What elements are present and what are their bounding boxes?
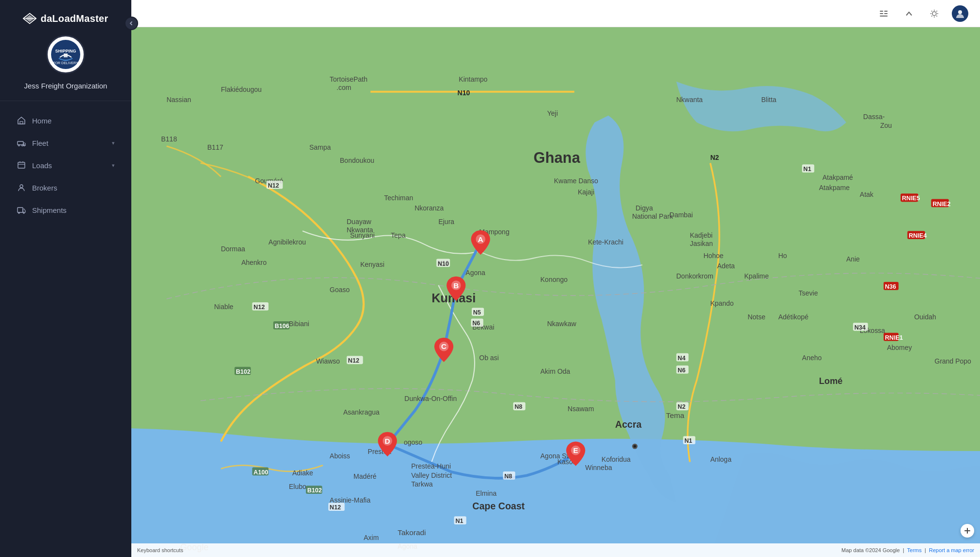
map-container[interactable]: Ghana Kumasi Accra Cape Coast Takoradi T…: [131, 27, 980, 557]
svg-text:Ouidah: Ouidah: [914, 313, 936, 321]
svg-text:B102: B102: [307, 487, 322, 494]
svg-text:N12: N12: [330, 504, 341, 511]
svg-text:N6: N6: [472, 320, 480, 327]
up-arrow-icon[interactable]: [901, 6, 917, 21]
sidebar-item-shipments[interactable]: Shipments: [5, 199, 126, 221]
svg-text:Dormaa: Dormaa: [221, 245, 245, 253]
svg-line-28: [931, 11, 932, 11]
svg-point-9: [18, 145, 20, 146]
svg-point-16: [18, 212, 20, 214]
topbar: [131, 0, 980, 27]
svg-text:Kintampo: Kintampo: [459, 75, 487, 83]
sidebar-collapse-button[interactable]: [125, 17, 138, 30]
svg-text:Ahenkro: Ahenkro: [241, 259, 267, 266]
svg-text:N10: N10: [458, 89, 470, 97]
svg-text:N36: N36: [885, 283, 896, 290]
svg-rect-15: [18, 208, 23, 212]
svg-text:Cape Coast: Cape Coast: [472, 501, 525, 511]
svg-text:Konongo: Konongo: [540, 276, 568, 283]
svg-text:Hohoe: Hohoe: [703, 252, 723, 260]
shipments-icon: [17, 205, 26, 215]
svg-rect-19: [880, 13, 883, 14]
menu-icon[interactable]: [876, 6, 891, 21]
svg-text:C: C: [441, 342, 446, 350]
svg-text:Nkawkaw: Nkawkaw: [547, 320, 577, 328]
keyboard-shortcuts[interactable]: Keyboard shortcuts: [137, 547, 183, 553]
svg-rect-21: [884, 13, 888, 14]
svg-text:Agnibilekrou: Agnibilekrou: [268, 238, 306, 246]
svg-text:Adiake: Adiake: [292, 469, 313, 477]
logo-area: daLoadMaster: [23, 12, 108, 25]
svg-text:Nkoranza: Nkoranza: [415, 204, 444, 212]
map-data-attribution: Map data ©2024 Google | Terms | Report a…: [841, 547, 974, 553]
svg-text:FOR DELIVERY: FOR DELIVERY: [53, 61, 78, 65]
svg-text:Atak: Atak: [860, 191, 873, 198]
map-zoom-button[interactable]: [961, 524, 974, 538]
svg-text:Niable: Niable: [214, 303, 233, 311]
svg-point-189: [634, 445, 637, 448]
svg-text:Madéré: Madéré: [354, 472, 377, 480]
svg-text:Dambai: Dambai: [670, 211, 693, 219]
sidebar-header: daLoadMaster SHIPPING FOR DELIVERY Jess …: [0, 0, 131, 101]
org-name: Jess Freight Organization: [17, 81, 115, 91]
svg-rect-22: [880, 16, 888, 17]
sidebar-item-brokers-label: Brokers: [32, 184, 57, 192]
sidebar-item-home[interactable]: Home: [5, 110, 126, 131]
svg-text:Takoradi: Takoradi: [398, 528, 426, 537]
svg-text:N4: N4: [677, 355, 685, 362]
svg-text:Nsawam: Nsawam: [568, 405, 594, 413]
svg-text:Duayaw: Duayaw: [347, 218, 372, 226]
svg-text:Grand Popo: Grand Popo: [935, 357, 972, 365]
svg-text:Anie: Anie: [846, 255, 860, 263]
svg-text:Tema: Tema: [666, 411, 685, 419]
svg-text:Goaso: Goaso: [330, 286, 350, 294]
svg-text:Akim Oda: Akim Oda: [540, 367, 570, 375]
svg-text:Donkorkrom: Donkorkrom: [677, 272, 713, 280]
app-title: daLoadMaster: [40, 13, 108, 24]
svg-text:N12: N12: [253, 304, 265, 311]
svg-text:B118: B118: [161, 135, 177, 143]
sidebar-item-fleet-label: Fleet: [32, 139, 48, 147]
svg-text:Flakiédougou: Flakiédougou: [221, 86, 262, 93]
svg-text:Tsevie: Tsevie: [799, 289, 818, 297]
sidebar-item-brokers[interactable]: Brokers: [5, 177, 126, 198]
svg-text:B102: B102: [236, 368, 250, 375]
svg-text:Tepa: Tepa: [391, 231, 406, 239]
svg-text:Winneba: Winneba: [585, 464, 612, 471]
home-icon: [17, 116, 26, 125]
svg-text:Dassa-: Dassa-: [863, 113, 885, 121]
user-avatar-icon[interactable]: [952, 5, 968, 22]
sidebar-item-fleet[interactable]: Fleet ▾: [5, 132, 126, 154]
svg-text:Ho: Ho: [778, 252, 787, 260]
svg-text:E: E: [573, 446, 578, 454]
svg-text:N2: N2: [710, 154, 719, 161]
svg-rect-20: [884, 11, 888, 12]
svg-text:Yeji: Yeji: [547, 109, 558, 117]
svg-text:A100: A100: [253, 469, 268, 476]
brokers-icon: [17, 183, 26, 192]
map-svg: Ghana Kumasi Accra Cape Coast Takoradi T…: [131, 27, 980, 557]
svg-text:Ejura: Ejura: [438, 218, 454, 226]
svg-text:Agona: Agona: [465, 269, 485, 277]
sidebar-item-loads-label: Loads: [32, 161, 52, 170]
svg-text:RNIE4: RNIE4: [909, 232, 927, 239]
svg-text:N8: N8: [515, 403, 522, 410]
svg-line-31: [931, 16, 932, 16]
theme-icon[interactable]: [927, 6, 942, 21]
svg-text:ogoso: ogoso: [404, 438, 422, 446]
svg-text:RNIE5: RNIE5: [902, 195, 920, 202]
avatar: SHIPPING FOR DELIVERY: [46, 35, 85, 74]
svg-text:.com: .com: [337, 84, 351, 91]
svg-text:Kadjebi: Kadjebi: [690, 231, 713, 239]
svg-text:N12: N12: [268, 182, 279, 189]
fleet-chevron-icon: ▾: [112, 140, 115, 146]
sidebar-item-loads[interactable]: Loads ▾: [5, 155, 126, 176]
svg-text:Bondoukou: Bondoukou: [340, 157, 374, 164]
svg-text:Aboiss: Aboiss: [330, 452, 350, 460]
svg-line-30: [936, 11, 937, 11]
svg-text:N8: N8: [504, 473, 512, 480]
svg-text:N6: N6: [677, 367, 685, 374]
country-label: Ghana: [534, 149, 581, 166]
svg-line-29: [936, 16, 937, 16]
svg-text:Ob asi: Ob asi: [479, 354, 499, 362]
